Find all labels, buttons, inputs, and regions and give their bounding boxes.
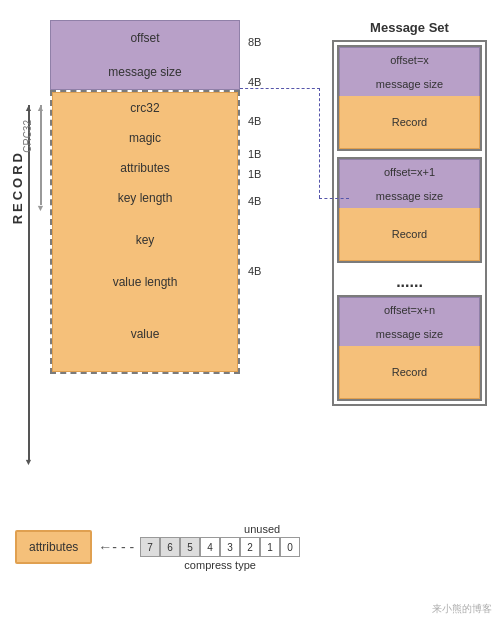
attributes-box: attributes: [15, 530, 92, 564]
record-arrow-down: ▼: [24, 457, 33, 467]
left-arrow: ←- - -: [98, 539, 134, 555]
bottom-section: attributes ←- - - unused 7 6 5 4 3 2 1 0…: [15, 523, 300, 571]
bit-2: 2: [240, 537, 260, 557]
size-4b-keylen: 4B: [248, 195, 261, 207]
bit-3: 3: [220, 537, 240, 557]
bit-4: 4: [200, 537, 220, 557]
msg1-offset: offset=x: [339, 47, 480, 73]
key-field: key: [52, 213, 238, 268]
msg1-record: Record: [339, 96, 480, 149]
record-brace-line: [28, 105, 30, 460]
bits-row: 7 6 5 4 3 2 1 0: [140, 537, 300, 557]
value-length-field: value length: [52, 267, 238, 298]
magic-field: magic: [52, 123, 238, 154]
bit-7: 7: [140, 537, 160, 557]
offset-field: offset: [50, 20, 240, 56]
message-set-title: Message Set: [332, 20, 487, 35]
bit-0: 0: [280, 537, 300, 557]
compress-label: compress type: [184, 559, 256, 571]
key-length-field: key length: [52, 183, 238, 214]
msg-group-1: offset=x message size Record: [337, 45, 482, 151]
size-1b-magic: 1B: [248, 148, 261, 160]
dots-separator: ......: [337, 269, 482, 295]
record-arrow-up: ▲: [24, 103, 33, 113]
bits-container: unused 7 6 5 4 3 2 1 0 compress type: [140, 523, 300, 571]
msg3-record: Record: [339, 346, 480, 399]
msg-group-2: offset=x+1 message size Record: [337, 157, 482, 263]
msg2-record: Record: [339, 208, 480, 261]
unused-label: unused: [244, 523, 280, 535]
connector-top: [240, 88, 320, 89]
msg-group-3: offset=x+n message size Record: [337, 295, 482, 401]
record-label: RECORD: [10, 150, 25, 224]
bit-6: 6: [160, 537, 180, 557]
bit-1: 1: [260, 537, 280, 557]
connector-bottom: [319, 198, 349, 199]
msg3-msgsize: message size: [339, 322, 480, 347]
msg3-offset: offset=x+n: [339, 297, 480, 323]
connector-right: [319, 88, 320, 198]
crc32-brace-line: [40, 105, 42, 205]
size-4b-crc: 4B: [248, 115, 261, 127]
left-structure: offset message size crc32 magic attribut…: [50, 20, 240, 374]
msg2-msgsize: message size: [339, 184, 480, 209]
size-1b-attr: 1B: [248, 168, 261, 180]
main-container: offset message size crc32 magic attribut…: [0, 0, 502, 626]
message-size-field: message size: [50, 55, 240, 90]
attributes-field: attributes: [52, 153, 238, 184]
size-8b: 8B: [248, 36, 261, 48]
crc32-arrow-up: ▲: [36, 103, 45, 113]
size-4b-valuelen: 4B: [248, 265, 261, 277]
crc32-field: crc32: [52, 92, 238, 124]
bit-5: 5: [180, 537, 200, 557]
crc32-arrow-down: ▼: [36, 203, 45, 213]
message-set-box: offset=x message size Record offset=x+1 …: [332, 40, 487, 406]
msg1-msgsize: message size: [339, 72, 480, 97]
size-4b-msgsize: 4B: [248, 76, 261, 88]
right-structure: Message Set offset=x message size Record…: [332, 20, 487, 406]
msg2-offset: offset=x+1: [339, 159, 480, 185]
watermark: 来小熊的博客: [432, 602, 492, 616]
value-field: value: [52, 297, 238, 372]
bottom-row: attributes ←- - - unused 7 6 5 4 3 2 1 0…: [15, 523, 300, 571]
record-dashed-box: crc32 magic attributes key length key va…: [50, 90, 240, 374]
crc32-label: CRC32: [22, 120, 33, 153]
